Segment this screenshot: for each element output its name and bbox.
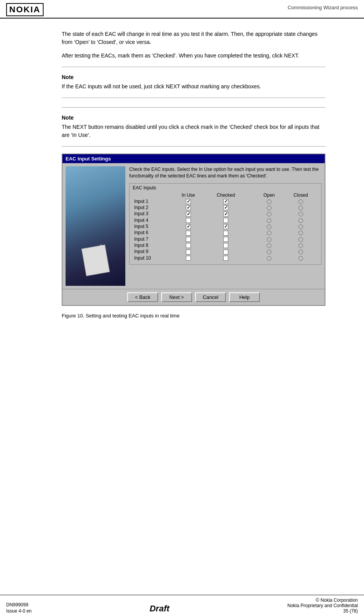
radio-closed[interactable] [298,237,303,242]
radio-closed[interactable] [298,250,303,254]
checkbox-unchecked[interactable] [223,218,228,223]
open-cell[interactable] [255,198,283,204]
checked-cell[interactable] [205,255,247,261]
radio-closed[interactable] [298,218,303,223]
closed-cell[interactable] [283,211,318,217]
open-cell[interactable] [255,248,283,255]
table-row: Input 7 [133,236,318,242]
checkbox-checked[interactable] [186,212,191,217]
help-button[interactable]: Help [229,292,260,302]
in-use-cell[interactable] [172,198,205,204]
spacer-cell [247,236,255,242]
closed-cell[interactable] [283,223,318,230]
table-row: Input 5 [133,223,318,230]
closed-cell[interactable] [283,217,318,223]
radio-open[interactable] [267,250,271,254]
open-cell[interactable] [255,242,283,248]
radio-closed[interactable] [298,206,303,210]
col-checked: Checked [205,192,247,198]
radio-closed[interactable] [298,212,303,216]
checkbox-unchecked[interactable] [186,218,191,223]
radio-closed[interactable] [298,199,303,204]
closed-cell[interactable] [283,198,318,204]
in-use-cell[interactable] [172,255,205,261]
table-row: Input 9 [133,248,318,255]
checkbox-unchecked[interactable] [223,231,228,236]
note1-label: Note [62,74,325,80]
radio-open[interactable] [267,256,271,261]
closed-cell[interactable] [283,204,318,211]
open-cell[interactable] [255,236,283,242]
closed-cell[interactable] [283,248,318,255]
checkbox-checked[interactable] [223,205,228,210]
checkbox-unchecked[interactable] [186,237,191,242]
radio-open[interactable] [267,237,271,242]
checkbox-unchecked[interactable] [186,256,191,261]
in-use-cell[interactable] [172,242,205,248]
radio-open[interactable] [267,243,271,248]
in-use-cell[interactable] [172,211,205,217]
checked-cell[interactable] [205,248,247,255]
checkbox-checked[interactable] [186,205,191,210]
in-use-cell[interactable] [172,248,205,255]
checkbox-checked[interactable] [223,224,228,229]
radio-closed[interactable] [298,256,303,261]
radio-open[interactable] [267,224,271,229]
spacer-cell [247,217,255,223]
radio-open[interactable] [267,206,271,210]
checked-cell[interactable] [205,198,247,204]
open-cell[interactable] [255,211,283,217]
closed-cell[interactable] [283,230,318,236]
checkbox-unchecked[interactable] [223,237,228,242]
checkbox-unchecked[interactable] [186,243,191,248]
dialog-description: Check the EAC inputs. Select the In Use … [129,166,322,179]
radio-open[interactable] [267,212,271,216]
in-use-cell[interactable] [172,236,205,242]
checkbox-checked[interactable] [223,212,228,217]
checked-cell[interactable] [205,236,247,242]
checked-cell[interactable] [205,242,247,248]
open-cell[interactable] [255,204,283,211]
checkbox-checked[interactable] [186,199,191,204]
closed-cell[interactable] [283,255,318,261]
radio-open[interactable] [267,231,271,235]
col-open: Open [255,192,283,198]
cancel-button[interactable]: Cancel [195,292,226,302]
checked-cell[interactable] [205,204,247,211]
checked-cell[interactable] [205,223,247,230]
checked-cell[interactable] [205,230,247,236]
footer-left: DN999099 Issue 4-0 en [6,602,32,614]
radio-closed[interactable] [298,231,303,235]
radio-open[interactable] [267,218,271,223]
dialog-image [66,166,125,286]
checkbox-unchecked[interactable] [223,256,228,261]
radio-open[interactable] [267,199,271,204]
radio-closed[interactable] [298,243,303,248]
table-row: Input 1 [133,198,318,204]
checkbox-checked[interactable] [186,224,191,229]
input-label: Input 2 [133,204,172,211]
closed-cell[interactable] [283,242,318,248]
draft-label: Draft [150,604,169,613]
checked-cell[interactable] [205,211,247,217]
next-button[interactable]: Next > [161,292,192,302]
checkbox-checked[interactable] [223,199,228,204]
checkbox-unchecked[interactable] [186,231,191,236]
open-cell[interactable] [255,230,283,236]
checkbox-unchecked[interactable] [186,250,191,255]
in-use-cell[interactable] [172,204,205,211]
radio-closed[interactable] [298,224,303,229]
checkbox-unchecked[interactable] [223,250,228,255]
nokia-logo: NOKIA [6,3,44,16]
checked-cell[interactable] [205,217,247,223]
open-cell[interactable] [255,217,283,223]
back-button[interactable]: < Back [127,292,158,302]
open-cell[interactable] [255,223,283,230]
open-cell[interactable] [255,255,283,261]
checkbox-unchecked[interactable] [223,243,228,248]
in-use-cell[interactable] [172,223,205,230]
in-use-cell[interactable] [172,230,205,236]
closed-cell[interactable] [283,236,318,242]
in-use-cell[interactable] [172,217,205,223]
note1-text: If the EAC inputs will not be used, just… [62,83,325,91]
